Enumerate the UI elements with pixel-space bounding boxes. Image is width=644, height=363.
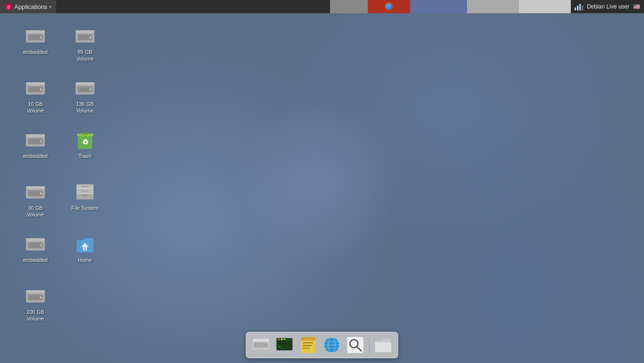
svg-text:♻: ♻ [82,138,88,146]
drive-icon [24,77,47,99]
drive-icon [74,25,96,47]
taskbar-terminal-button[interactable]: >_ [274,334,296,356]
panel-window-firefox[interactable] [368,0,410,13]
icon-label: embedded [23,153,48,159]
icon-label: Home [78,257,92,263]
filesystem-icon [74,181,96,203]
folder-taskbar-icon [374,337,392,353]
panel-right: Debian Live user 🇺🇸 [571,3,644,10]
taskbar-notes-button[interactable] [297,334,319,356]
desktop-icon-filesystem[interactable]: File System [64,179,106,213]
svg-rect-29 [82,132,87,135]
icon-label: 10 GBVolume [27,101,44,114]
svg-point-54 [40,296,42,298]
svg-rect-68 [303,342,314,343]
svg-point-62 [278,338,280,340]
svg-rect-51 [26,290,45,293]
svg-rect-44 [26,238,45,241]
desktop-icon-136gb[interactable]: 136 GBVolume [64,75,106,116]
svg-rect-57 [254,342,268,347]
drive-icon [74,77,96,99]
svg-rect-59 [254,350,267,351]
svg-rect-32 [26,186,45,189]
svg-rect-40 [81,186,89,187]
svg-rect-67 [301,337,315,341]
taskbar-search-button[interactable] [345,334,366,356]
desktop-icon-30gb[interactable]: 30 GBVolume [14,179,57,220]
notes-taskbar-icon [299,336,317,354]
icon-label: 85 GBVolume [76,49,94,62]
svg-rect-41 [81,190,89,191]
icon-label: embedded [23,49,48,55]
drive-icon [24,129,47,151]
home-icon [74,233,96,255]
user-label: Debian Live user [587,3,629,10]
svg-rect-8 [76,30,94,33]
svg-rect-23 [26,134,45,137]
trash-icon: ♻ [74,129,96,151]
desktop-icon-10gb[interactable]: 10 GBVolume [14,75,57,116]
top-panel: d Applications ▾ Debian Live user 🇺🇸 [0,0,644,13]
taskbar-browser-button[interactable] [321,334,343,356]
terminal-taskbar-icon: >_ [276,337,294,353]
svg-point-35 [40,192,42,194]
taskbar-folder-button[interactable] [373,334,394,356]
firefox-icon [385,2,393,11]
desktop-icon-home[interactable]: Home [64,231,106,265]
desktop-icon-embedded-1[interactable]: embedded [14,23,57,57]
debian-icon: d [5,3,12,10]
desktop-icon-trash[interactable]: ♻ Trash [64,127,106,161]
svg-rect-3 [26,30,45,33]
signal-icon [575,3,583,10]
browser-taskbar-icon [323,336,341,354]
panel-window-4[interactable] [467,0,519,13]
svg-rect-70 [303,348,310,349]
app-menu-label: Applications [14,3,47,10]
svg-text:d: d [7,5,9,9]
svg-text:>_: >_ [278,344,284,349]
svg-rect-69 [303,345,312,346]
svg-point-26 [40,140,42,142]
desktop-icon-85gb[interactable]: 85 GBVolume [64,23,106,64]
drive-icon [24,233,47,255]
icon-label: 100 GBVolume [26,309,44,322]
flag-icon: 🇺🇸 [633,3,640,10]
svg-point-64 [284,338,286,340]
svg-rect-42 [81,195,89,196]
svg-point-11 [89,36,91,38]
icon-label: File System [71,205,98,211]
app-menu-chevron: ▾ [49,4,51,9]
applications-menu[interactable]: d Applications ▾ [0,0,56,13]
desktop: d Applications ▾ Debian Live user 🇺🇸 [0,0,644,363]
taskbar-separator [369,337,370,354]
svg-rect-49 [85,247,85,251]
svg-rect-13 [26,82,45,85]
drive-icon [24,25,47,47]
desktop-icon-100gb[interactable]: 100 GBVolume [14,283,57,324]
search-taskbar-icon [347,336,364,354]
icon-label: 136 GBVolume [76,101,93,114]
taskbar-drive-button[interactable] [250,334,272,356]
svg-rect-18 [76,82,94,85]
svg-rect-56 [253,339,269,342]
svg-point-63 [281,338,283,340]
desktop-icon-embedded-2[interactable]: embedded [14,127,57,161]
svg-point-16 [40,88,42,90]
desktop-icon-embedded-3[interactable]: embedded [14,231,57,265]
icon-label: 30 GBVolume [27,205,44,218]
drive-icon [24,285,47,307]
icon-label: Trash [78,153,92,159]
panel-window-5[interactable] [519,0,571,13]
taskbar: >_ [246,332,398,358]
svg-point-6 [40,36,42,38]
drive-icon [24,181,47,203]
svg-point-47 [40,244,42,246]
panel-window-1[interactable] [330,0,368,13]
svg-point-21 [89,88,91,90]
svg-rect-39 [76,194,93,199]
icon-label: embedded [23,257,48,263]
panel-window-3[interactable] [410,0,467,13]
drive-taskbar-icon [252,337,270,353]
